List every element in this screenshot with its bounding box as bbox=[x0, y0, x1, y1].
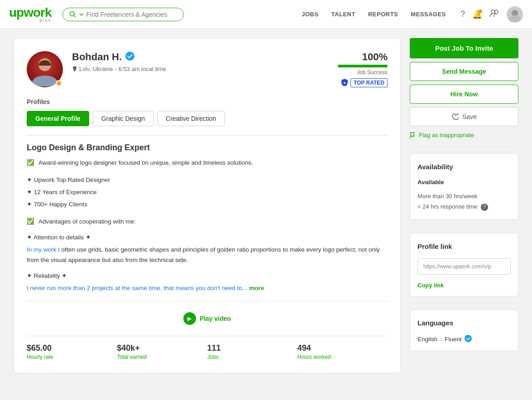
nav-talent[interactable]: TALENT bbox=[331, 11, 355, 18]
stat-jobs: 111 Jobs bbox=[207, 343, 297, 360]
attention-section: ✦ Attention to details ✦ In my work I of… bbox=[27, 233, 388, 266]
section-divider-1 bbox=[27, 135, 388, 136]
section-divider-3 bbox=[27, 336, 388, 336]
post-job-button[interactable]: Post Job To Invite bbox=[410, 38, 518, 58]
tab-creative-direction[interactable]: Creative Direction bbox=[157, 111, 225, 126]
svg-point-8 bbox=[125, 52, 134, 61]
language-level: Fluent bbox=[445, 336, 462, 343]
sidebar-divider-1 bbox=[410, 147, 518, 147]
freelancer-name: Bohdan H. bbox=[72, 51, 122, 63]
availability-response: < 24 hrs response time ? bbox=[417, 201, 511, 212]
stat-value-earned: $40k+ bbox=[117, 343, 200, 353]
flag-icon bbox=[410, 132, 416, 138]
search-icon bbox=[69, 11, 84, 18]
profile-link-section: Profile link https://www.upwork.com/o/p … bbox=[410, 233, 518, 296]
header-icons: ? 🔔 bbox=[460, 6, 523, 23]
send-message-button[interactable]: Send Message bbox=[410, 62, 518, 81]
flag-link[interactable]: Flag as inappropriate bbox=[410, 130, 518, 140]
bio-intro: ✅ Award-winning logo designer focused on… bbox=[27, 158, 388, 168]
team-button[interactable] bbox=[489, 8, 499, 20]
help-button[interactable]: ? bbox=[460, 10, 465, 19]
location-separator: - bbox=[115, 66, 116, 72]
language-verified-icon bbox=[465, 335, 472, 343]
logo-text: upwork bbox=[9, 6, 52, 19]
profile-info: Bohdan H. Lviv, Ukraine - 6:53 am loc bbox=[72, 51, 329, 72]
profile-name: Bohdan H. bbox=[72, 51, 329, 63]
svg-point-5 bbox=[512, 10, 518, 16]
reliability-link[interactable]: I never run more than 2 projects at the … bbox=[27, 285, 247, 291]
stat-label-earned: Total earned bbox=[117, 354, 200, 360]
svg-line-1 bbox=[74, 15, 76, 17]
response-time-help-icon[interactable]: ? bbox=[481, 204, 488, 211]
play-video-label: Play video bbox=[200, 315, 231, 322]
attention-link[interactable]: In my work I bbox=[27, 246, 60, 253]
profile-tabs: General Profile Graphic Design Creative … bbox=[27, 111, 388, 126]
notifications-button[interactable]: 🔔 bbox=[472, 10, 482, 19]
sidebar-divider-3 bbox=[410, 303, 518, 303]
logo-plus: plus bbox=[39, 18, 51, 23]
action-buttons: Post Job To Invite Send Message Hire Now… bbox=[410, 38, 518, 140]
svg-point-10 bbox=[465, 335, 472, 342]
play-video-button[interactable]: ▶ Play video bbox=[27, 309, 388, 329]
bio-bullet-3: 700+ Happy Clients bbox=[27, 198, 388, 210]
more-link[interactable]: more bbox=[249, 285, 264, 291]
profile-link-title: Profile link bbox=[417, 243, 511, 250]
heart-icon bbox=[451, 113, 459, 120]
page: Bohdan H. Lviv, Ukraine - 6:53 am loc bbox=[0, 29, 532, 382]
profiles-section: Profiles General Profile Graphic Design … bbox=[27, 98, 388, 126]
stat-hours: 494 Hours worked bbox=[297, 343, 388, 360]
language-separator: : bbox=[440, 336, 442, 343]
profile-header: Bohdan H. Lviv, Ukraine - 6:53 am loc bbox=[27, 51, 388, 87]
verified-icon bbox=[125, 52, 134, 63]
job-success-percent: 100% bbox=[338, 51, 388, 63]
nav-links: JOBS TALENT REPORTS MESSAGES bbox=[302, 11, 446, 18]
availability-section: Availability Available More than 30 hrs/… bbox=[410, 153, 518, 220]
tab-general-profile[interactable]: General Profile bbox=[27, 111, 89, 126]
online-status-dot bbox=[56, 80, 62, 86]
search-input[interactable] bbox=[86, 11, 177, 18]
stat-value-hours: 494 bbox=[297, 343, 380, 353]
header: upwork plus JOBS TALENT REPORTS MESSAGES… bbox=[0, 0, 532, 29]
bio-title: Logo Design & Branding Expert bbox=[27, 143, 388, 152]
copy-link-button[interactable]: Copy link bbox=[417, 282, 511, 289]
nav-jobs[interactable]: JOBS bbox=[302, 11, 318, 18]
search-bar[interactable] bbox=[62, 8, 184, 21]
language-item: English : Fluent bbox=[417, 335, 511, 343]
nav-messages[interactable]: MESSAGES bbox=[411, 11, 446, 18]
svg-text:★: ★ bbox=[343, 81, 346, 85]
stat-value-rate: $65.00 bbox=[27, 343, 110, 353]
tab-graphic-design[interactable]: Graphic Design bbox=[93, 111, 154, 126]
user-avatar[interactable] bbox=[507, 6, 523, 23]
logo[interactable]: upwork plus bbox=[9, 6, 52, 23]
profile-stats: 100% Job Success ★ TOP RATED bbox=[338, 51, 388, 87]
sidebar-divider-2 bbox=[410, 226, 518, 227]
local-time: 6:53 am local time bbox=[119, 66, 167, 72]
stat-hourly-rate: $65.00 Hourly rate bbox=[27, 343, 117, 360]
top-rated-badge: ★ TOP RATED bbox=[338, 78, 388, 87]
hire-now-button[interactable]: Hire Now bbox=[410, 85, 518, 104]
job-success-fill bbox=[338, 65, 388, 67]
check-icon-1: ✅ bbox=[27, 159, 34, 166]
job-success-label: Job Success bbox=[338, 69, 388, 76]
advantages-section: ✅ Advantages of cooperating with me: bbox=[27, 217, 388, 227]
stats-row: $65.00 Hourly rate $40k+ Total earned 11… bbox=[27, 343, 388, 360]
save-button[interactable]: Save bbox=[410, 107, 518, 126]
stat-total-earned: $40k+ Total earned bbox=[117, 343, 207, 360]
bio-bullets: Upwork Top Rated Designer 12 Years of Ex… bbox=[27, 174, 388, 210]
nav-reports[interactable]: REPORTS bbox=[368, 11, 398, 18]
stat-label-rate: Hourly rate bbox=[27, 354, 110, 360]
availability-status: Available bbox=[417, 179, 511, 186]
main-card: Bohdan H. Lviv, Ukraine - 6:53 am loc bbox=[14, 38, 401, 373]
check-icon-2: ✅ bbox=[27, 218, 34, 225]
reliability-section: ✦ Reliability ✦ I never run more than 2 … bbox=[27, 271, 388, 294]
location-text: Lviv, Ukraine bbox=[79, 66, 113, 72]
notification-dot bbox=[479, 10, 482, 13]
job-success-bar bbox=[338, 65, 388, 67]
profile-location: Lviv, Ukraine - 6:53 am local time bbox=[72, 66, 329, 72]
top-rated-shield-icon: ★ bbox=[341, 79, 348, 87]
play-icon: ▶ bbox=[183, 312, 196, 325]
profile-link-box: https://www.upwork.com/o/p bbox=[417, 258, 511, 275]
attention-text: often use grids, basic geometric shapes … bbox=[27, 246, 380, 263]
sidebar: Post Job To Invite Send Message Hire Now… bbox=[410, 38, 518, 373]
stat-label-jobs: Jobs bbox=[207, 354, 290, 360]
